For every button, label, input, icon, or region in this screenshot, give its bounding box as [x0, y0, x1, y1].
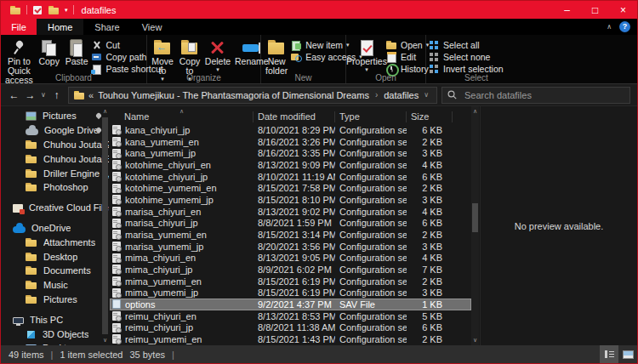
file-name: reimu_chiyuri_jp: [125, 322, 193, 333]
file-row[interactable]: kotohime_chiyuri_jp 8/10/2021 11:19 AM C…: [110, 171, 471, 183]
address-folder-icon: [74, 91, 84, 100]
file-row[interactable]: kana_yumemi_jp 8/16/2021 3:35 PM Configu…: [110, 147, 471, 159]
help-icon[interactable]: ?: [619, 21, 630, 32]
file-row[interactable]: kotohime_chiyuri_en 8/13/2021 9:09 PM Co…: [110, 159, 471, 171]
group-label-new: New: [261, 73, 345, 82]
scrollbar-thumb[interactable]: [472, 203, 478, 232]
file-name: options: [125, 299, 155, 310]
sidebar-item[interactable]: Pictures: [1, 293, 109, 307]
breadcrumb-current[interactable]: datafiles: [384, 90, 419, 100]
file-size: 6 KB: [407, 218, 453, 228]
file-size: 3 KB: [407, 148, 453, 158]
sidebar-item[interactable]: Desktop: [1, 249, 109, 264]
address-dropdown-icon[interactable]: ∨: [419, 91, 434, 99]
sidebar-item[interactable]: Attachments: [1, 235, 109, 249]
sidebar-item-icon: [27, 331, 35, 338]
file-row[interactable]: mima_yumemi_jp 8/15/2021 6:19 PM Configu…: [110, 287, 471, 299]
file-row[interactable]: kana_chiyuri_jp 8/10/2021 8:29 PM Config…: [110, 124, 471, 136]
file-row[interactable]: marisa_yumemi_en 8/15/2021 3:14 PM Confi…: [110, 229, 471, 241]
file-date-modified: 8/9/2021 6:02 PM: [253, 264, 335, 275]
scrollbar-thumb[interactable]: [102, 117, 108, 334]
sidebar-item[interactable]: Music: [1, 278, 109, 293]
sidebar-item[interactable]: Photoshop: [1, 180, 109, 195]
column-header-date-modified[interactable]: Date modified: [253, 111, 335, 122]
open-button[interactable]: Open ▾: [385, 39, 429, 50]
sidebar-scrollbar[interactable]: ∧ ∨: [101, 106, 109, 345]
sidebar-item[interactable]: 3D Objects: [1, 327, 109, 341]
select-all-button[interactable]: Select all: [428, 39, 504, 50]
delete-button[interactable]: Delete ▾: [203, 37, 232, 73]
sidebar-item[interactable]: Driller Engine 1, 2, an: [1, 166, 109, 180]
paste-button[interactable]: Paste: [63, 37, 91, 67]
back-button[interactable]: ←: [6, 89, 22, 101]
sidebar-item[interactable]: Documents: [1, 264, 109, 278]
ribbon: Pin to Quick access Copy Paste Cut Copy …: [1, 35, 637, 83]
properties-button[interactable]: Properties ▾: [348, 37, 385, 73]
sidebar-item[interactable]: Chuhou Joutai 3: [1, 151, 109, 166]
file-row[interactable]: kana_yumemi_en 8/16/2021 3:26 PM Configu…: [110, 136, 471, 148]
status-bar: 49 items | 1 item selected 35 bytes |: [1, 345, 637, 363]
refresh-icon[interactable]: ↻: [434, 89, 437, 100]
file-date-modified: 8/8/2021 1:59 PM: [253, 218, 335, 228]
file-icon: [112, 276, 121, 286]
tab-share[interactable]: Share: [83, 19, 130, 35]
column-header-size[interactable]: Size: [407, 111, 453, 122]
file-row[interactable]: reimu_chiyuri_en 8/13/2021 8:53 PM Confi…: [110, 310, 471, 322]
select-none-button[interactable]: Select none: [428, 51, 504, 62]
maximize-button[interactable]: □: [581, 1, 609, 19]
scroll-up-icon[interactable]: ∧: [101, 108, 109, 115]
sidebar-item[interactable]: Creative Cloud Files: [1, 201, 109, 215]
file-row[interactable]: mima_yumemi_en 8/15/2021 6:19 PM Configu…: [110, 276, 471, 287]
file-row[interactable]: mima_chiyuri_jp 8/9/2021 6:02 PM Configu…: [110, 264, 471, 276]
tab-home[interactable]: Home: [37, 19, 83, 35]
file-row[interactable]: kotohime_yumemi_jp 8/15/2021 8:10 PM Con…: [110, 194, 471, 206]
file-row[interactable]: mima_chiyuri_en 8/13/2021 9:05 PM Config…: [110, 252, 471, 264]
thumbnails-view-button[interactable]: [618, 345, 637, 363]
breadcrumb-overflow-icon[interactable]: «: [88, 90, 94, 100]
file-size: 7 KB: [407, 264, 453, 275]
minimize-button[interactable]: –: [553, 1, 581, 19]
file-row[interactable]: marisa_chiyuri_jp 8/8/2021 1:59 PM Confi…: [110, 217, 471, 229]
file-name: mima_chiyuri_en: [125, 253, 196, 263]
file-date-modified: 8/13/2021 9:02 PM: [253, 207, 335, 217]
forward-button[interactable]: →: [22, 89, 38, 101]
file-row[interactable]: options 9/2/2021 4:37 PM SAV File 1 KB: [110, 299, 471, 310]
new-folder-button[interactable]: New folder: [263, 37, 290, 77]
up-button[interactable]: ↑: [48, 89, 65, 101]
scroll-down-icon[interactable]: ∨: [101, 337, 109, 344]
details-view-button[interactable]: [600, 345, 618, 363]
sidebar-item[interactable]: Chuhou Joutai 2 ~ P: [1, 138, 109, 152]
quick-access-newfolder-icon[interactable]: [48, 6, 59, 14]
address-bar[interactable]: « Touhou Yumejikuu - The Phantasmagoria …: [68, 87, 437, 104]
file-row[interactable]: kotohime_yumemi_en 8/15/2021 7:58 PM Con…: [110, 182, 471, 194]
copy-button[interactable]: Copy: [36, 37, 63, 67]
file-size: 4 KB: [407, 160, 453, 170]
scroll-up-icon[interactable]: ∧: [471, 108, 479, 115]
file-row[interactable]: marisa_yumemi_jp 8/20/2021 3:56 PM Confi…: [110, 241, 471, 253]
quick-access-customize-icon[interactable]: ▾: [65, 7, 68, 14]
quick-access-properties-icon[interactable]: [33, 6, 42, 14]
search-input[interactable]: [463, 89, 624, 101]
tab-file[interactable]: File: [1, 19, 37, 35]
sidebar-item[interactable]: This PC: [1, 312, 109, 327]
tab-view[interactable]: View: [131, 19, 174, 35]
breadcrumb-root[interactable]: Touhou Yumejikuu - The Phantasmagoria of…: [98, 90, 369, 100]
file-name: kotohime_chiyuri_en: [125, 160, 211, 170]
column-header-type[interactable]: Type: [335, 111, 407, 122]
scroll-down-icon[interactable]: ∨: [471, 337, 479, 344]
collapse-ribbon-icon[interactable]: ∧: [607, 23, 612, 31]
breadcrumb-separator-icon: ›: [375, 90, 378, 100]
file-icon: [112, 137, 121, 146]
file-list-scrollbar[interactable]: ∧ ∨: [471, 106, 479, 345]
search-box[interactable]: [441, 87, 630, 104]
close-button[interactable]: ×: [609, 1, 637, 19]
file-row[interactable]: reimu_yumemi_en 8/15/2021 1:43 PM Config…: [110, 333, 471, 345]
sidebar-item[interactable]: OneDrive: [1, 221, 109, 236]
file-row[interactable]: marisa_chiyuri_en 8/13/2021 9:02 PM Conf…: [110, 206, 471, 218]
sidebar-item[interactable]: Pictures: [1, 109, 109, 123]
file-name: mima_chiyuri_jp: [125, 264, 192, 275]
file-row[interactable]: reimu_chiyuri_jp 8/8/2021 11:38 AM Confi…: [110, 321, 471, 333]
sidebar-item[interactable]: Google Drive: [1, 123, 109, 138]
edit-button[interactable]: Edit: [385, 51, 429, 62]
recent-locations-icon[interactable]: ∨: [38, 91, 48, 99]
